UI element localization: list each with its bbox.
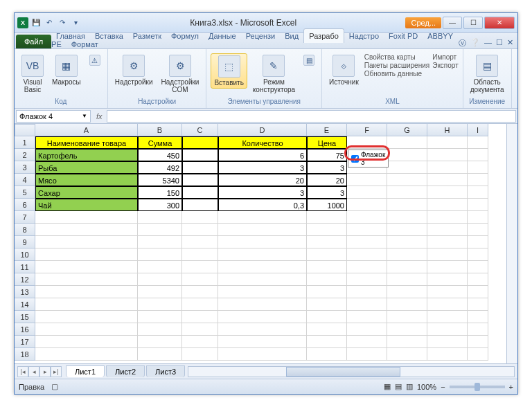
insert-control-button[interactable]: ⬚Вставить xyxy=(211,53,247,89)
cell[interactable] xyxy=(307,311,347,323)
select-all-corner[interactable] xyxy=(15,124,35,136)
tab-данные[interactable]: Данные xyxy=(204,29,241,43)
cell[interactable] xyxy=(218,224,307,236)
cell[interactable] xyxy=(347,211,387,224)
undo-icon[interactable]: ↶ xyxy=(44,17,55,28)
cell[interactable] xyxy=(427,199,468,211)
col-header-A[interactable]: A xyxy=(35,124,138,136)
cell[interactable] xyxy=(387,248,427,261)
cell[interactable] xyxy=(307,348,347,361)
cell[interactable] xyxy=(468,311,488,323)
cell[interactable] xyxy=(347,248,387,261)
cell[interactable]: 3 xyxy=(218,186,307,199)
cell[interactable] xyxy=(347,199,387,211)
cell[interactable] xyxy=(387,311,427,323)
controls-extra-button[interactable]: ▤ xyxy=(301,53,317,67)
cell[interactable] xyxy=(427,224,468,236)
cell[interactable] xyxy=(35,348,138,361)
cell[interactable]: 1000 xyxy=(307,199,347,211)
ribbon-minimize-icon[interactable]: ⓥ xyxy=(459,38,466,48)
cell[interactable]: 150 xyxy=(138,186,182,199)
cell[interactable] xyxy=(218,348,307,361)
cell[interactable] xyxy=(35,211,138,224)
cell[interactable] xyxy=(35,311,138,323)
col-header-F[interactable]: F xyxy=(347,124,387,136)
cell[interactable] xyxy=(387,136,427,149)
cell[interactable] xyxy=(307,286,347,298)
cell[interactable] xyxy=(347,298,387,311)
save-icon[interactable]: 💾 xyxy=(30,17,42,28)
cell[interactable] xyxy=(138,261,182,273)
cell[interactable] xyxy=(182,136,218,149)
row-header-1[interactable]: 1 xyxy=(15,136,35,149)
cell[interactable] xyxy=(347,348,387,361)
row-header-11[interactable]: 11 xyxy=(15,261,35,273)
cell[interactable] xyxy=(35,236,138,248)
cell[interactable] xyxy=(468,161,488,174)
cell[interactable] xyxy=(307,261,347,273)
cell[interactable] xyxy=(307,236,347,248)
cell[interactable] xyxy=(182,174,218,186)
cell[interactable] xyxy=(427,149,468,161)
xml-map-props[interactable]: Свойства карты xyxy=(364,53,429,61)
row-header-12[interactable]: 12 xyxy=(15,273,35,286)
cell[interactable] xyxy=(468,286,488,298)
cell[interactable] xyxy=(218,211,307,224)
cell[interactable] xyxy=(138,211,182,224)
cell[interactable]: 300 xyxy=(138,199,182,211)
cell[interactable]: 3 xyxy=(307,161,347,174)
cell[interactable] xyxy=(182,298,218,311)
cell[interactable] xyxy=(347,273,387,286)
cell[interactable] xyxy=(387,199,427,211)
cell[interactable] xyxy=(427,311,468,323)
cell[interactable]: Картофель xyxy=(35,149,138,161)
cell[interactable]: 450 xyxy=(138,149,182,161)
col-header-D[interactable]: D xyxy=(218,124,307,136)
cell[interactable] xyxy=(218,286,307,298)
cell[interactable] xyxy=(138,273,182,286)
cell[interactable] xyxy=(138,311,182,323)
cell[interactable] xyxy=(182,224,218,236)
cell[interactable] xyxy=(427,211,468,224)
checkbox-input[interactable] xyxy=(351,155,359,163)
chevron-down-icon[interactable]: ▼ xyxy=(82,113,87,119)
cell[interactable] xyxy=(182,311,218,323)
qat-dropdown-icon[interactable]: ▾ xyxy=(70,17,81,28)
cell[interactable] xyxy=(427,136,468,149)
zoom-out-icon[interactable]: − xyxy=(441,383,445,391)
cell[interactable] xyxy=(427,336,468,348)
sheet-nav-next[interactable]: ▸ xyxy=(39,366,51,377)
cell[interactable] xyxy=(218,298,307,311)
sheet-nav-prev[interactable]: ◂ xyxy=(28,366,39,377)
cell[interactable] xyxy=(468,136,488,149)
macro-record-icon[interactable]: ▢ xyxy=(51,382,58,391)
row-header-15[interactable]: 15 xyxy=(15,311,35,323)
cell[interactable]: 75 xyxy=(307,149,347,161)
addins-button[interactable]: ⚙Надстройки xyxy=(112,53,156,87)
sheet-tab-Лист3[interactable]: Лист3 xyxy=(146,365,185,377)
cell[interactable] xyxy=(218,261,307,273)
cell[interactable] xyxy=(347,136,387,149)
cell[interactable] xyxy=(468,248,488,261)
cell[interactable]: 492 xyxy=(138,161,182,174)
cell[interactable] xyxy=(387,286,427,298)
zoom-level[interactable]: 100% xyxy=(417,383,436,391)
horizontal-scrollbar[interactable] xyxy=(188,366,515,377)
cell[interactable] xyxy=(427,236,468,248)
tools-button[interactable]: Сред... xyxy=(405,17,441,28)
cell[interactable] xyxy=(182,261,218,273)
cell[interactable] xyxy=(347,174,387,186)
cell[interactable] xyxy=(427,323,468,336)
cell[interactable] xyxy=(427,174,468,186)
cell[interactable] xyxy=(387,149,427,161)
view-normal-icon[interactable]: ▦ xyxy=(384,382,391,391)
cell[interactable] xyxy=(182,286,218,298)
cell[interactable] xyxy=(347,261,387,273)
cell[interactable] xyxy=(218,236,307,248)
cell[interactable] xyxy=(427,248,468,261)
cell[interactable] xyxy=(35,323,138,336)
cell[interactable] xyxy=(182,161,218,174)
doc-restore-icon[interactable]: ☐ xyxy=(496,38,503,48)
cell[interactable] xyxy=(307,248,347,261)
row-header-8[interactable]: 8 xyxy=(15,224,35,236)
